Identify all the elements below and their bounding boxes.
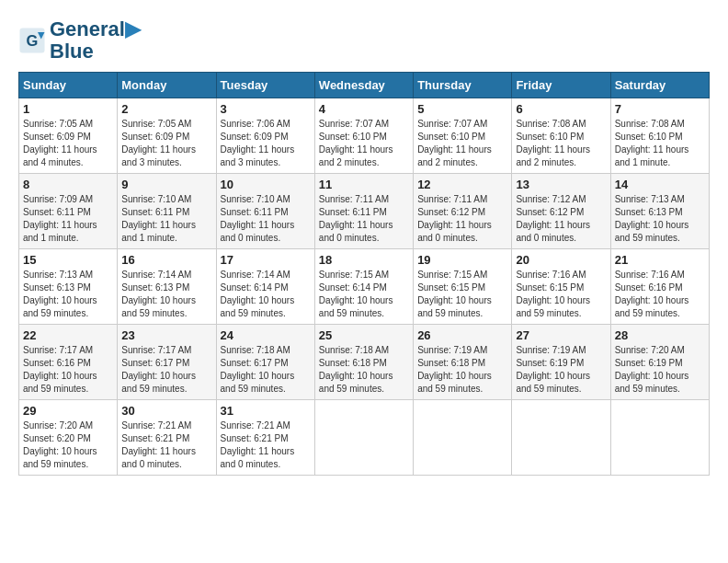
header: G General▶ Blue	[18, 18, 710, 63]
calendar-cell: 21 Sunrise: 7:16 AM Sunset: 6:16 PM Dayl…	[610, 249, 709, 325]
logo-icon: G	[18, 27, 46, 54]
calendar-cell: 27 Sunrise: 7:19 AM Sunset: 6:19 PM Dayl…	[512, 325, 610, 400]
calendar-cell: 11 Sunrise: 7:11 AM Sunset: 6:11 PM Dayl…	[314, 174, 413, 249]
day-number: 6	[516, 102, 606, 116]
day-number: 10	[221, 178, 311, 191]
day-number: 26	[417, 328, 507, 342]
day-number: 20	[516, 253, 606, 267]
day-header-sunday: Sunday	[19, 73, 118, 98]
calendar-cell: 31 Sunrise: 7:21 AM Sunset: 6:21 PM Dayl…	[216, 400, 314, 476]
day-number: 14	[615, 178, 705, 191]
day-info: Sunrise: 7:10 AM Sunset: 6:11 PM Dayligh…	[221, 193, 311, 245]
day-info: Sunrise: 7:13 AM Sunset: 6:13 PM Dayligh…	[23, 269, 113, 320]
day-info: Sunrise: 7:12 AM Sunset: 6:12 PM Dayligh…	[516, 193, 606, 245]
day-number: 30	[121, 404, 211, 418]
day-number: 22	[23, 328, 113, 342]
day-number: 17	[221, 253, 311, 267]
day-info: Sunrise: 7:19 AM Sunset: 6:18 PM Dayligh…	[417, 344, 507, 396]
day-info: Sunrise: 7:21 AM Sunset: 6:21 PM Dayligh…	[121, 419, 211, 471]
day-info: Sunrise: 7:08 AM Sunset: 6:10 PM Dayligh…	[615, 118, 705, 169]
day-info: Sunrise: 7:07 AM Sunset: 6:10 PM Dayligh…	[319, 118, 409, 169]
day-info: Sunrise: 7:16 AM Sunset: 6:15 PM Dayligh…	[516, 269, 606, 320]
day-header-tuesday: Tuesday	[216, 73, 314, 98]
svg-text:G: G	[27, 32, 39, 49]
day-info: Sunrise: 7:05 AM Sunset: 6:09 PM Dayligh…	[23, 118, 113, 169]
calendar-cell: 24 Sunrise: 7:18 AM Sunset: 6:17 PM Dayl…	[216, 325, 314, 400]
day-info: Sunrise: 7:07 AM Sunset: 6:10 PM Dayligh…	[417, 118, 507, 169]
calendar-cell: 6 Sunrise: 7:08 AM Sunset: 6:10 PM Dayli…	[512, 98, 610, 174]
calendar-cell: 12 Sunrise: 7:11 AM Sunset: 6:12 PM Dayl…	[414, 174, 512, 249]
day-header-saturday: Saturday	[610, 73, 709, 98]
day-number: 5	[417, 102, 507, 116]
day-number: 15	[23, 253, 113, 267]
day-info: Sunrise: 7:15 AM Sunset: 6:15 PM Dayligh…	[417, 269, 507, 320]
calendar-cell: 16 Sunrise: 7:14 AM Sunset: 6:13 PM Dayl…	[118, 249, 216, 325]
calendar: SundayMondayTuesdayWednesdayThursdayFrid…	[18, 72, 710, 476]
day-number: 25	[319, 328, 409, 342]
calendar-cell: 18 Sunrise: 7:15 AM Sunset: 6:14 PM Dayl…	[314, 249, 413, 325]
calendar-cell: 3 Sunrise: 7:06 AM Sunset: 6:09 PM Dayli…	[216, 98, 314, 174]
day-number: 19	[417, 253, 507, 267]
day-header-friday: Friday	[512, 73, 610, 98]
calendar-cell: 4 Sunrise: 7:07 AM Sunset: 6:10 PM Dayli…	[314, 98, 413, 174]
day-number: 31	[221, 404, 311, 418]
calendar-cell: 29 Sunrise: 7:20 AM Sunset: 6:20 PM Dayl…	[19, 400, 118, 476]
day-info: Sunrise: 7:21 AM Sunset: 6:21 PM Dayligh…	[221, 419, 311, 471]
calendar-cell: 17 Sunrise: 7:14 AM Sunset: 6:14 PM Dayl…	[216, 249, 314, 325]
day-info: Sunrise: 7:13 AM Sunset: 6:13 PM Dayligh…	[615, 193, 705, 245]
calendar-cell: 28 Sunrise: 7:20 AM Sunset: 6:19 PM Dayl…	[610, 325, 709, 400]
day-info: Sunrise: 7:18 AM Sunset: 6:17 PM Dayligh…	[221, 344, 311, 396]
day-info: Sunrise: 7:14 AM Sunset: 6:13 PM Dayligh…	[121, 269, 211, 320]
day-number: 24	[221, 328, 311, 342]
calendar-cell: 5 Sunrise: 7:07 AM Sunset: 6:10 PM Dayli…	[414, 98, 512, 174]
calendar-cell: 23 Sunrise: 7:17 AM Sunset: 6:17 PM Dayl…	[118, 325, 216, 400]
day-header-thursday: Thursday	[414, 73, 512, 98]
day-info: Sunrise: 7:06 AM Sunset: 6:09 PM Dayligh…	[221, 118, 311, 169]
calendar-cell: 22 Sunrise: 7:17 AM Sunset: 6:16 PM Dayl…	[19, 325, 118, 400]
day-number: 3	[221, 102, 311, 116]
calendar-cell: 8 Sunrise: 7:09 AM Sunset: 6:11 PM Dayli…	[19, 174, 118, 249]
day-number: 8	[23, 178, 113, 191]
day-number: 18	[319, 253, 409, 267]
day-info: Sunrise: 7:17 AM Sunset: 6:16 PM Dayligh…	[23, 344, 113, 396]
calendar-cell: 1 Sunrise: 7:05 AM Sunset: 6:09 PM Dayli…	[19, 98, 118, 174]
day-number: 11	[319, 178, 409, 191]
day-header-wednesday: Wednesday	[314, 73, 413, 98]
day-number: 29	[23, 404, 113, 418]
calendar-cell: 9 Sunrise: 7:10 AM Sunset: 6:11 PM Dayli…	[118, 174, 216, 249]
day-info: Sunrise: 7:05 AM Sunset: 6:09 PM Dayligh…	[121, 118, 211, 169]
calendar-cell	[512, 400, 610, 476]
calendar-cell: 20 Sunrise: 7:16 AM Sunset: 6:15 PM Dayl…	[512, 249, 610, 325]
day-number: 13	[516, 178, 606, 191]
calendar-cell: 14 Sunrise: 7:13 AM Sunset: 6:13 PM Dayl…	[610, 174, 709, 249]
day-number: 1	[23, 102, 113, 116]
day-number: 28	[615, 328, 705, 342]
day-number: 4	[319, 102, 409, 116]
calendar-cell: 15 Sunrise: 7:13 AM Sunset: 6:13 PM Dayl…	[19, 249, 118, 325]
day-number: 7	[615, 102, 705, 116]
calendar-cell	[414, 400, 512, 476]
calendar-cell: 13 Sunrise: 7:12 AM Sunset: 6:12 PM Dayl…	[512, 174, 610, 249]
day-number: 27	[516, 328, 606, 342]
calendar-cell: 26 Sunrise: 7:19 AM Sunset: 6:18 PM Dayl…	[414, 325, 512, 400]
day-info: Sunrise: 7:18 AM Sunset: 6:18 PM Dayligh…	[319, 344, 409, 396]
day-info: Sunrise: 7:09 AM Sunset: 6:11 PM Dayligh…	[23, 193, 113, 245]
day-number: 21	[615, 253, 705, 267]
day-info: Sunrise: 7:15 AM Sunset: 6:14 PM Dayligh…	[319, 269, 409, 320]
day-number: 2	[121, 102, 211, 116]
logo: G General▶ Blue	[18, 18, 141, 63]
day-info: Sunrise: 7:19 AM Sunset: 6:19 PM Dayligh…	[516, 344, 606, 396]
day-info: Sunrise: 7:20 AM Sunset: 6:20 PM Dayligh…	[23, 419, 113, 471]
day-number: 23	[121, 328, 211, 342]
calendar-cell: 7 Sunrise: 7:08 AM Sunset: 6:10 PM Dayli…	[610, 98, 709, 174]
calendar-cell	[314, 400, 413, 476]
calendar-cell: 30 Sunrise: 7:21 AM Sunset: 6:21 PM Dayl…	[118, 400, 216, 476]
logo-text: General▶ Blue	[50, 18, 141, 63]
calendar-cell	[610, 400, 709, 476]
day-info: Sunrise: 7:17 AM Sunset: 6:17 PM Dayligh…	[121, 344, 211, 396]
day-info: Sunrise: 7:11 AM Sunset: 6:11 PM Dayligh…	[319, 193, 409, 245]
day-info: Sunrise: 7:08 AM Sunset: 6:10 PM Dayligh…	[516, 118, 606, 169]
day-info: Sunrise: 7:11 AM Sunset: 6:12 PM Dayligh…	[417, 193, 507, 245]
day-header-monday: Monday	[118, 73, 216, 98]
calendar-cell: 19 Sunrise: 7:15 AM Sunset: 6:15 PM Dayl…	[414, 249, 512, 325]
